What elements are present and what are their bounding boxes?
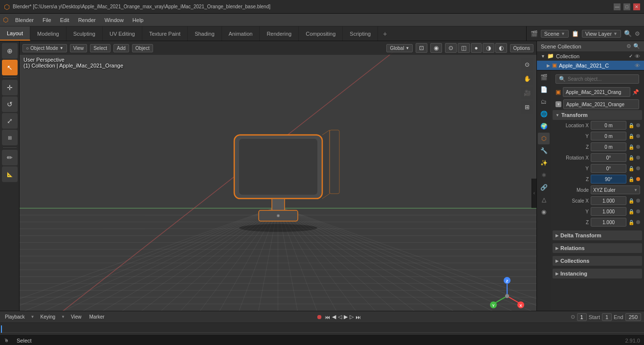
material-mode[interactable]: ◑ [483,43,494,53]
keying-menu[interactable]: Keying [39,314,58,320]
delta-transform-header[interactable]: ▶ Delta Transform [553,230,642,240]
location-z-value[interactable]: 0 m [591,142,626,151]
tab-compositing[interactable]: Compositing [299,26,343,41]
overlay-btn[interactable]: ⊙ [445,43,457,53]
transform-tool[interactable]: ⊞ [2,130,18,145]
prop-tab-data[interactable]: △ [538,194,550,206]
anim-sy-dot[interactable] [636,209,640,213]
record-btn[interactable]: ⏺ [316,313,323,321]
relations-header[interactable]: ▶ Relations [553,243,642,253]
view-menu-tl[interactable]: View [69,314,84,320]
object-menu[interactable]: Object [132,44,153,52]
outliner-collection[interactable]: ▼ 📁 Collection ✓ 👁 [537,51,644,61]
collection-check[interactable]: ✓ [629,53,633,59]
view-layer-selector[interactable]: View Layer ▼ [582,30,621,38]
anim-rz-dot[interactable] [636,177,640,181]
anim-x-dot[interactable] [636,123,640,127]
anim-sx-dot[interactable] [636,199,640,203]
xray-btn[interactable]: ◫ [458,43,470,53]
proportional-edit[interactable]: ◉ [430,43,442,53]
lock-x-icon[interactable]: 🔒 [628,123,634,128]
lock-z-icon[interactable]: 🔒 [628,144,634,150]
tab-uv-editing[interactable]: UV Editing [103,26,142,41]
collection-visibility[interactable]: 👁 [635,53,640,59]
tab-shading[interactable]: Shading [188,26,222,41]
timeline-track[interactable] [0,323,644,335]
camera-view[interactable]: 🎥 [521,87,533,99]
tab-modeling[interactable]: Modeling [30,26,67,41]
render-mode[interactable]: ◐ [495,43,507,53]
select-tool[interactable]: ↖ [2,60,18,75]
rotation-y-value[interactable]: 0° [591,164,626,173]
tab-layout[interactable]: Layout [0,26,30,41]
lock-sx-icon[interactable]: 🔒 [628,198,634,204]
marker-menu[interactable]: Marker [88,314,107,320]
prop-tab-material[interactable]: ◉ [538,206,550,218]
select-menu[interactable]: Select [90,44,111,52]
pan-view[interactable]: ✋ [521,72,533,85]
current-frame[interactable]: 1 [577,313,587,321]
transform-header[interactable]: ▼ Transform [553,110,642,120]
rotation-z-value[interactable]: 90° [591,175,626,184]
lock-rx-icon[interactable]: 🔒 [628,155,634,161]
add-menu[interactable]: Add [113,44,129,52]
measure-tool[interactable]: 📐 [2,166,18,182]
anim-ry-dot[interactable] [636,166,640,170]
scene-selector[interactable]: Scene ▼ [541,30,569,38]
prop-tab-output[interactable]: 📄 [538,84,550,95]
options-btn[interactable]: Options [510,44,533,52]
prop-tab-view-layer[interactable]: 🗂 [538,96,550,108]
end-frame[interactable]: 250 [625,313,641,321]
collections-header[interactable]: ▶ Collections [553,256,642,266]
move-tool[interactable]: ✛ [2,80,18,95]
imac-visibility[interactable]: 👁 [635,63,640,69]
prop-tab-physics[interactable]: ⚛ [538,169,550,181]
menu-file[interactable]: File [39,16,55,24]
scale-z-value[interactable]: 1.000 [591,218,626,227]
solid-mode[interactable]: ● [471,43,481,53]
menu-render[interactable]: Render [74,16,100,24]
view-menu[interactable]: View [70,44,88,52]
rotate-tool[interactable]: ↺ [2,96,18,112]
outliner-apple-imac[interactable]: ▶ ▣ Apple_iMac_2021_C 👁 [537,61,644,70]
tab-scripting[interactable]: Scripting [343,26,378,41]
menu-window[interactable]: Window [101,16,128,24]
prop-tab-scene[interactable]: 🌐 [538,108,550,120]
outliner-filter[interactable]: ⚙ [626,43,631,49]
pin-icon[interactable]: 📌 [632,89,639,95]
prop-tab-particles[interactable]: ✨ [538,157,550,169]
outliner-search[interactable]: 🔍 [633,43,640,49]
start-frame[interactable]: 1 [602,313,612,321]
scale-y-value[interactable]: 1.000 [591,207,626,216]
play-btn[interactable]: ▶ [344,314,348,320]
instancing-header[interactable]: ▶ Instancing [553,269,642,278]
tab-rendering[interactable]: Rendering [260,26,299,41]
lock-y-icon[interactable]: 🔒 [628,134,634,139]
prop-tab-constraints[interactable]: 🔗 [538,182,550,193]
object-search-input[interactable] [568,76,636,82]
add-workspace-button[interactable]: + [378,26,392,41]
tab-texture-paint[interactable]: Texture Paint [142,26,188,41]
snap-button[interactable]: ⊡ [416,43,427,53]
prop-tab-modifier[interactable]: 🔧 [538,145,550,157]
play-reverse-btn[interactable]: ◁ [338,314,342,320]
rotation-x-value[interactable]: 0° [591,153,626,162]
menu-help[interactable]: Help [129,16,148,24]
location-y-value[interactable]: 0 m [591,132,626,140]
anim-y-dot[interactable] [636,134,640,138]
viewport[interactable]: ○ Object Mode ▼ View Select Add Object G… [20,41,536,345]
ortho-view[interactable]: ⊞ [521,101,533,114]
transform-selector[interactable]: Global ▼ [386,44,413,52]
lock-sy-icon[interactable]: 🔒 [628,209,634,214]
mode-value[interactable]: XYZ Euler ▼ [591,185,640,194]
prop-tab-render[interactable]: 🎬 [538,71,550,83]
prop-tab-world[interactable]: 🌍 [538,120,550,132]
lock-ry-icon[interactable]: 🔒 [628,166,634,171]
prev-frame-btn[interactable]: ◀ [332,314,336,320]
close-button[interactable]: ✕ [633,3,640,10]
scale-x-value[interactable]: 1.000 [591,196,626,205]
filter-icon[interactable]: ⚙ [635,30,640,37]
zoom-to-fit[interactable]: ⊙ [521,58,533,71]
lock-rz-icon[interactable]: 🔒 [628,177,634,182]
object-mode-selector[interactable]: ○ Object Mode ▼ [22,44,67,52]
